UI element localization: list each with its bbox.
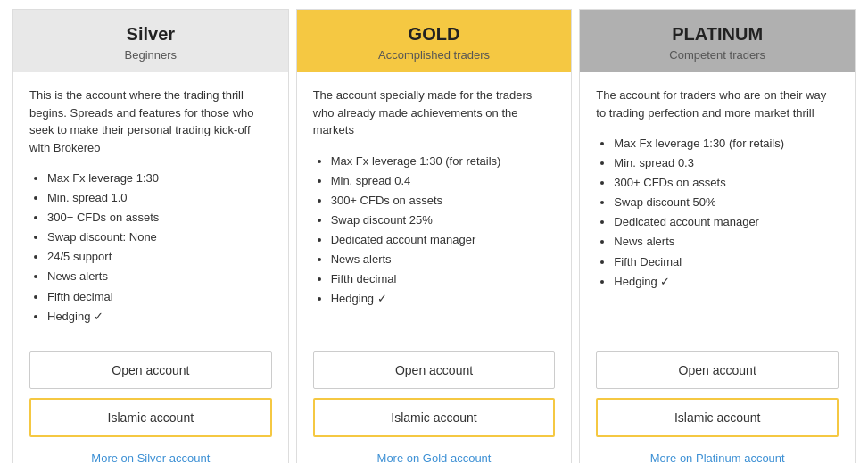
- list-item: 24/5 support: [47, 247, 272, 267]
- card-gold-description: The account specially made for the trade…: [313, 87, 556, 139]
- card-gold-more: More on Gold account: [297, 450, 572, 463]
- card-platinum-title: PLATINUM: [589, 24, 846, 45]
- card-platinum-description: The account for traders who are on their…: [596, 87, 839, 121]
- card-gold: GOLD Accomplished traders The account sp…: [296, 9, 573, 463]
- list-item: Min. spread 1.0: [47, 188, 272, 208]
- card-silver-more: More on Silver account: [13, 450, 288, 463]
- card-gold-body: The account specially made for the trade…: [297, 72, 572, 341]
- card-silver-features: Max Fx leverage 1:30 Min. spread 1.0 300…: [29, 169, 272, 327]
- list-item: Dedicated account manager: [614, 212, 839, 232]
- list-item: Max Fx leverage 1:30 (for retails): [614, 134, 839, 153]
- gold-open-account-button[interactable]: Open account: [313, 351, 556, 389]
- card-platinum-features: Max Fx leverage 1:30 (for retails) Min. …: [596, 134, 839, 327]
- card-platinum-header: PLATINUM Competent traders: [580, 10, 855, 72]
- list-item: 300+ CFDs on assets: [614, 173, 839, 193]
- card-gold-features: Max Fx leverage 1:30 (for retails) Min. …: [313, 152, 556, 327]
- card-silver-header: Silver Beginners: [13, 10, 288, 72]
- list-item: 300+ CFDs on assets: [331, 191, 556, 211]
- list-item: Max Fx leverage 1:30 (for retails): [331, 152, 556, 171]
- card-platinum-more: More on Platinum account: [580, 450, 855, 463]
- list-item: Fifth decimal: [331, 269, 556, 289]
- card-gold-title: GOLD: [306, 24, 563, 45]
- gold-islamic-account-button[interactable]: Islamic account: [313, 398, 556, 437]
- platinum-open-account-button[interactable]: Open account: [596, 351, 839, 389]
- list-item: Swap discount: None: [47, 227, 272, 247]
- card-silver: Silver Beginners This is the account whe…: [12, 9, 289, 463]
- list-item: Min. spread 0.4: [331, 171, 556, 191]
- list-item: Swap discount 50%: [614, 193, 839, 212]
- list-item: Min. spread 0.3: [614, 153, 839, 173]
- card-platinum-body: The account for traders who are on their…: [580, 72, 855, 341]
- card-gold-subtitle: Accomplished traders: [306, 48, 563, 62]
- list-item: News alerts: [331, 250, 556, 269]
- list-item: Swap discount 25%: [331, 211, 556, 230]
- card-platinum-actions: Open account Islamic account: [580, 341, 855, 450]
- list-item: Fifth decimal: [47, 287, 272, 307]
- platinum-more-link[interactable]: More on Platinum account: [650, 451, 785, 463]
- card-silver-actions: Open account Islamic account: [13, 341, 288, 450]
- list-item: 300+ CFDs on assets: [47, 208, 272, 227]
- silver-open-account-button[interactable]: Open account: [29, 351, 272, 389]
- list-item: News alerts: [614, 232, 839, 252]
- list-item: Hedging ✓: [47, 307, 272, 327]
- list-item: Fifth Decimal: [614, 252, 839, 272]
- list-item: Hedging ✓: [614, 272, 839, 292]
- pricing-cards: Silver Beginners This is the account whe…: [0, 0, 868, 463]
- silver-islamic-account-button[interactable]: Islamic account: [29, 398, 272, 437]
- list-item: Dedicated account manager: [331, 230, 556, 250]
- list-item: Hedging ✓: [331, 289, 556, 309]
- card-gold-actions: Open account Islamic account: [297, 341, 572, 450]
- list-item: Max Fx leverage 1:30: [47, 169, 272, 188]
- card-gold-header: GOLD Accomplished traders: [297, 10, 572, 72]
- card-silver-subtitle: Beginners: [22, 48, 279, 62]
- silver-more-link[interactable]: More on Silver account: [91, 451, 210, 463]
- card-platinum: PLATINUM Competent traders The account f…: [579, 9, 856, 463]
- card-silver-description: This is the account where the trading th…: [29, 87, 272, 156]
- list-item: News alerts: [47, 267, 272, 286]
- card-silver-body: This is the account where the trading th…: [13, 72, 288, 341]
- card-silver-title: Silver: [22, 24, 279, 45]
- gold-more-link[interactable]: More on Gold account: [377, 451, 492, 463]
- card-platinum-subtitle: Competent traders: [589, 48, 846, 62]
- platinum-islamic-account-button[interactable]: Islamic account: [596, 398, 839, 437]
